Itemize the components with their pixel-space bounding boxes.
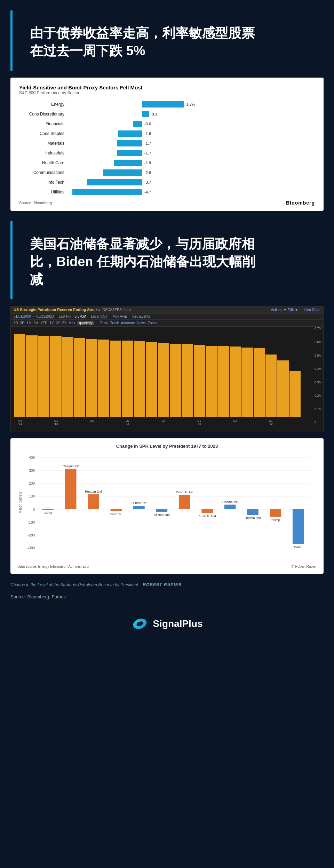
tab-5y[interactable]: 5Y: [62, 321, 66, 325]
spr-svg: 4003002001000-100-200-300Million barrels…: [17, 451, 317, 562]
svg-text:-100: -100: [28, 520, 35, 524]
bar-row: Energy1.7%: [19, 101, 315, 108]
footer: SignalPlus: [0, 606, 334, 645]
bar-value-label: -1.9: [144, 161, 151, 165]
toolbar-news[interactable]: News: [137, 321, 146, 325]
bar-track: -1.6: [68, 130, 315, 137]
zero-line: [142, 130, 142, 137]
chart-title: Yield-Sensitive and Bond-Proxy Sectors F…: [19, 85, 315, 90]
terminal-bar: [289, 371, 301, 417]
toolbar-lastpix: Last Pix: [59, 314, 71, 318]
bar-label: Cons Staples: [19, 131, 68, 136]
svg-text:Carter: Carter: [43, 511, 52, 515]
svg-text:-300: -300: [28, 546, 35, 550]
bloomberg-logo: Bloomberg: [286, 200, 315, 206]
terminal-bar: [74, 338, 85, 417]
headline-2-text: 美国石油储备显著减少，与历届政府相 比，Biden 任期内石油储备出现大幅削 减: [30, 235, 306, 289]
bar-fill: [114, 160, 142, 166]
tab-max[interactable]: Max: [69, 321, 75, 325]
tab-quarterly[interactable]: quarterly: [77, 321, 94, 325]
svg-text:Reagan 1st: Reagan 1st: [63, 465, 79, 468]
bar-row: Cons Staples-1.6: [19, 130, 315, 137]
terminal-bar: [170, 344, 181, 417]
y-label: 0.2M: [315, 394, 321, 397]
headline-section-1: 由于债券收益率走高，利率敏感型股票 在过去一周下跌 5%: [10, 10, 324, 71]
signalplus-logo-icon: [131, 615, 149, 632]
zero-line: [142, 169, 142, 176]
toolbar-track[interactable]: Track: [110, 321, 119, 325]
toolbar-table[interactable]: Table: [100, 321, 108, 325]
tab-1y[interactable]: 1Y: [49, 321, 54, 325]
toolbar-movavg: Mov Avgs: [112, 314, 127, 318]
bar-row: Communications-2.6: [19, 169, 315, 176]
x-label: [26, 419, 38, 425]
x-label: [217, 419, 229, 425]
terminal-bar: [158, 343, 169, 417]
spr-datasource: Data source: Energy Information Administ…: [17, 565, 90, 568]
x-label: [98, 419, 110, 425]
bar-track: 1.7%: [68, 101, 315, 107]
x-label: [241, 419, 253, 425]
terminal-bar: [38, 336, 49, 417]
terminal-bar: [230, 347, 241, 417]
svg-text:Biden: Biden: [294, 546, 302, 549]
bar-fill: [118, 130, 142, 137]
tab-1m[interactable]: 1M: [27, 321, 32, 325]
x-label: Q3: [229, 419, 241, 425]
toolbar-dates: 01/01/2009 — 03/31/2023: [14, 314, 54, 318]
svg-text:Clinton 2nd: Clinton 2nd: [154, 513, 170, 517]
bar-label: Materials: [19, 141, 68, 146]
bar-fill: [117, 140, 142, 146]
terminal-bar: [265, 355, 277, 417]
tab-3d[interactable]: 3D: [20, 321, 25, 325]
caption-attribution: ROBERT RAPIER: [143, 582, 182, 587]
headline-section-2: 美国石油储备显著减少，与历届政府相 比，Biden 任期内石油储备出现大幅削 减: [10, 221, 324, 299]
svg-text:Obama 2nd: Obama 2nd: [245, 517, 261, 520]
svg-rect-32: [201, 509, 213, 513]
terminal-bar: [146, 342, 157, 417]
bar-value-label: -1.6: [144, 132, 151, 136]
y-label: 0.7M: [315, 327, 321, 330]
toolbar-annotate[interactable]: Annotate: [121, 321, 135, 325]
bar-value-label: -0.6: [144, 122, 151, 126]
y-label: 0.6M: [315, 340, 321, 344]
terminal-bar: [134, 341, 145, 417]
terminal-actions: Actions ▼ Edit ▼: [271, 308, 298, 312]
svg-text:400: 400: [29, 456, 35, 460]
terminal-bar: [50, 336, 61, 417]
x-label: Q3 '11: [14, 419, 26, 425]
toolbar-zoom[interactable]: Zoom: [148, 321, 157, 325]
terminal-x-axis: Q3 '11Q1 '13Q3Q1 '16Q3Q1 '19Q3Q1 '22: [14, 419, 320, 425]
x-label: Q1 '13: [50, 419, 62, 425]
x-label: [205, 419, 217, 425]
chart-footer: Source: Bloomberg Bloomberg: [19, 200, 315, 206]
x-label: [110, 419, 121, 425]
toolbar-lastpix-val: 0.370M: [74, 314, 86, 318]
svg-rect-22: [88, 494, 99, 509]
bar-label: Info Tech: [19, 180, 68, 185]
tab-ytd[interactable]: YTD: [40, 321, 47, 325]
svg-text:0: 0: [33, 508, 35, 511]
bar-track: -4.7: [68, 189, 315, 195]
bar-label: Energy: [19, 102, 68, 107]
x-label: [38, 419, 50, 425]
bar-track: -0.6: [68, 121, 315, 127]
bar-value-label: -4.7: [144, 190, 151, 194]
tab-3y[interactable]: 3Y: [56, 321, 60, 325]
x-label: [181, 419, 193, 425]
chart-source: Source: Bloomberg: [19, 201, 52, 205]
caption-text: Change in the Level of the Strategic Pet…: [10, 582, 138, 587]
x-label: Q1 '22: [265, 419, 277, 425]
tab-6m[interactable]: 6M: [34, 321, 39, 325]
x-label: [145, 419, 157, 425]
bar-label: Financials: [19, 121, 68, 126]
bar-track: -1.7: [68, 150, 315, 156]
svg-text:Bush Sr.: Bush Sr.: [110, 513, 122, 516]
svg-text:200: 200: [29, 482, 35, 486]
svg-text:-200: -200: [28, 533, 35, 537]
tab-1d[interactable]: 1D: [14, 321, 18, 325]
x-label: [277, 419, 289, 425]
terminal-bar: [206, 346, 217, 417]
svg-rect-18: [42, 509, 54, 510]
toolbar-keyevents: Key Events: [133, 314, 150, 318]
